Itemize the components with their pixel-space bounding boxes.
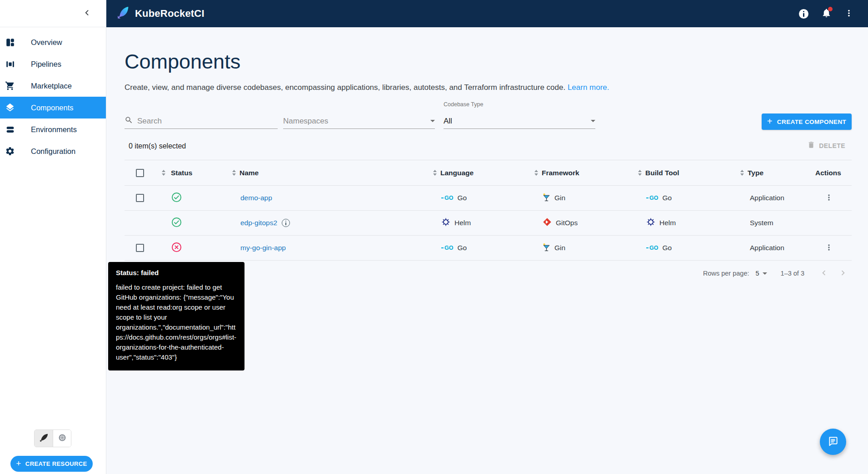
sidebar-collapse-button[interactable] (79, 5, 95, 22)
component-link[interactable]: demo-app (240, 194, 272, 202)
sidebar-item-marketplace[interactable]: Marketplace (0, 75, 106, 97)
info-button[interactable] (794, 5, 813, 23)
search-icon (125, 116, 133, 126)
page-prev-icon (819, 268, 829, 279)
dropdown-caret-icon (591, 120, 595, 122)
sidebar-item-configuration[interactable]: Configuration (0, 140, 106, 162)
logo-theme-toggle (34, 430, 71, 447)
sidebar-item-overview[interactable]: Overview (0, 31, 106, 53)
kebab-menu-icon (844, 8, 854, 20)
framework-value: Gin (554, 194, 565, 202)
previous-page-button[interactable] (817, 267, 831, 280)
kubernetes-theme-button[interactable] (53, 430, 71, 447)
select-all-checkbox[interactable] (136, 169, 144, 177)
sort-icon[interactable] (638, 170, 642, 176)
search-field (125, 114, 278, 129)
component-link[interactable]: my-go-gin-app (240, 244, 286, 252)
sidebar-item-components[interactable]: Components (0, 97, 106, 118)
go-icon: GO (646, 195, 658, 201)
tooltip-body: failed to create project: failed to get … (116, 282, 237, 362)
notifications-button[interactable] (817, 5, 835, 23)
create-component-label: CREATE COMPONENT (777, 118, 846, 125)
sidebar-item-environments[interactable]: Environments (0, 118, 106, 140)
create-resource-button[interactable]: + CREATE RESOURCE (10, 456, 93, 472)
page-description-text: Create, view, and manage diverse codebas… (125, 83, 565, 92)
page-description: Create, view, and manage diverse codebas… (125, 83, 609, 92)
go-icon: GO (441, 195, 453, 201)
delete-button[interactable]: DELETE (807, 141, 845, 150)
row-actions-button[interactable] (822, 191, 836, 205)
type-value: Application (750, 194, 784, 202)
sidebar-nav: Overview Pipelines Marketplace Component… (0, 27, 106, 162)
framework-value: GitOps (556, 219, 578, 227)
sidebar-item-label: Environments (31, 125, 77, 134)
app-title: KubeRocketCI (135, 8, 205, 20)
chat-fab-button[interactable] (820, 429, 846, 455)
sort-icon[interactable] (433, 170, 437, 176)
trash-icon (807, 141, 815, 150)
sidebar-item-pipelines[interactable]: Pipelines (0, 53, 106, 75)
create-component-button[interactable]: + CREATE COMPONENT (762, 114, 852, 130)
helm-icon (646, 217, 655, 228)
search-input[interactable] (137, 117, 264, 126)
sidebar-item-label: Configuration (31, 147, 75, 156)
gitops-icon (543, 217, 552, 228)
column-header-status[interactable]: Status (171, 169, 192, 177)
feather-logo-icon (116, 5, 130, 22)
type-value: System (750, 219, 773, 227)
main-content: Components Create, view, and manage dive… (106, 27, 868, 474)
plus-icon: + (767, 117, 773, 126)
pipelines-icon (5, 59, 15, 69)
components-table: Status Name Language Framework Build Too… (125, 160, 852, 261)
row-actions-button[interactable] (822, 241, 836, 255)
feather-theme-button[interactable] (35, 430, 53, 447)
namespaces-select[interactable]: Namespaces (283, 114, 435, 129)
kubernetes-wheel-icon (57, 433, 67, 444)
go-icon: GO (441, 245, 453, 251)
error-circle-icon[interactable] (171, 242, 182, 254)
learn-more-link[interactable]: Learn more. (568, 83, 609, 92)
next-page-button[interactable] (836, 267, 850, 280)
column-header-framework[interactable]: Framework (542, 169, 579, 177)
namespaces-placeholder: Namespaces (283, 117, 328, 126)
build-tool-value: Go (662, 244, 672, 252)
sort-icon[interactable] (162, 170, 165, 176)
sort-icon[interactable] (534, 170, 538, 176)
build-tool-value: Go (662, 194, 672, 202)
gin-icon (543, 193, 550, 203)
row-checkbox[interactable] (136, 244, 144, 252)
environments-icon (5, 124, 15, 135)
tooltip-title: Status: failed (116, 269, 237, 276)
codebase-type-label: Codebase Type (444, 101, 483, 108)
brand: KubeRocketCI (116, 5, 205, 22)
sort-icon[interactable] (740, 170, 744, 176)
component-link[interactable]: edp-gitops2 (240, 219, 277, 227)
rows-per-page-select[interactable]: 5 (756, 270, 767, 277)
column-header-type[interactable]: Type (748, 169, 763, 177)
dropdown-caret-icon (763, 272, 767, 275)
table-header-row: Status Name Language Framework Build Too… (125, 160, 852, 186)
table-row: edp-gitops2 Helm GitOps Helm (125, 211, 852, 236)
rows-per-page-label: Rows per page: (703, 270, 749, 277)
cart-icon (5, 80, 15, 91)
info-icon (799, 9, 808, 19)
column-header-name[interactable]: Name (239, 169, 259, 177)
column-header-language[interactable]: Language (440, 169, 474, 177)
sort-icon[interactable] (232, 170, 236, 176)
feather-toggle-icon (39, 433, 49, 444)
check-circle-icon (171, 192, 182, 204)
plus-icon: + (16, 459, 21, 468)
codebase-type-select[interactable]: All (444, 114, 595, 129)
rows-per-page-value: 5 (756, 270, 759, 277)
selected-count: 0 item(s) selected (129, 142, 186, 150)
column-header-build-tool[interactable]: Build Tool (645, 169, 679, 177)
info-outline-icon[interactable] (282, 219, 290, 227)
table-row: my-go-gin-app GO Go Gin GO Go Applicatio… (125, 236, 852, 261)
language-value: Go (457, 244, 467, 252)
sidebar-item-label: Overview (31, 38, 62, 47)
topbar: KubeRocketCI (106, 0, 868, 27)
layers-icon (5, 102, 15, 113)
row-checkbox[interactable] (136, 194, 144, 202)
overflow-menu-button[interactable] (840, 5, 858, 23)
pagination-range: 1–3 of 3 (781, 270, 804, 277)
